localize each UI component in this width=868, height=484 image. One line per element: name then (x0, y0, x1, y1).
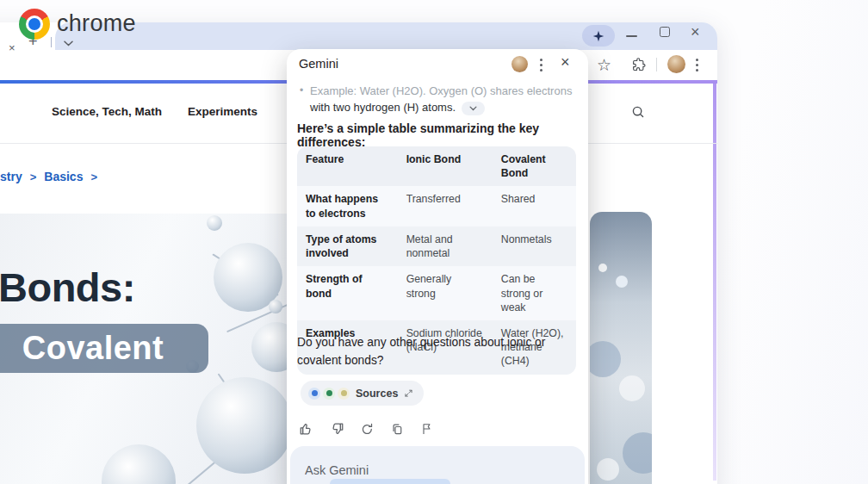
maximize-button[interactable] (660, 27, 670, 37)
copy-icon[interactable] (388, 420, 406, 437)
window-close-button[interactable]: × (691, 23, 700, 41)
browser-menu-icon[interactable] (696, 59, 698, 71)
table-intro-text: Here’s a simple table summarizing the ke… (297, 121, 581, 149)
table-cell: Metal and nonmetal (398, 226, 493, 266)
nav-item-experiments[interactable]: Experiments (188, 105, 257, 118)
toolbar-divider (656, 58, 657, 71)
table-header-cell: Covalent Bond (493, 146, 576, 186)
breadcrumb: stry > Basics > (0, 170, 97, 183)
tab-close-icon[interactable]: × (9, 41, 16, 54)
gemini-panel-header: Gemini × (287, 49, 588, 80)
breadcrumb-separator: > (30, 171, 37, 183)
gemini-sparkle-button[interactable] (582, 25, 615, 47)
bullet-marker: • (300, 84, 303, 96)
hero-badge: Covalent (0, 324, 208, 373)
breadcrumb-item-basics[interactable]: Basics (44, 170, 83, 183)
response-actions (298, 420, 436, 437)
answer-bullet-line2: with two hydrogen (H) atoms. (310, 101, 456, 114)
table-cell: Generally strong (398, 266, 493, 320)
breadcrumb-separator: > (90, 171, 97, 183)
profile-avatar[interactable] (667, 55, 685, 73)
answer-bullet-line1: Example: Water (H2O). Oxygen (O) shares … (310, 84, 572, 97)
regenerate-icon[interactable] (358, 420, 375, 437)
table-cell: Can be strong or weak (493, 266, 576, 320)
gemini-side-panel: Gemini × • Example: Water (H2O). Oxygen … (287, 49, 588, 484)
source-favicon (323, 388, 335, 400)
bookmark-star-icon[interactable]: ☆ (597, 55, 611, 75)
breadcrumb-item-chemistry[interactable]: stry (0, 170, 22, 183)
hero-title: Bonds: (0, 264, 135, 311)
gemini-menu-icon[interactable] (540, 59, 542, 71)
gemini-panel-title: Gemini (299, 57, 338, 71)
hero-image-card: Bonds: Covalent (0, 214, 310, 484)
extensions-puzzle-icon[interactable] (631, 57, 647, 72)
screenshot-stage: × + × ☆ Science, Tech, Math Experiments … (0, 0, 868, 484)
table-header-row: Feature Ionic Bond Covalent Bond (297, 146, 576, 186)
thumbs-down-icon[interactable] (328, 420, 345, 437)
side-image-strip (590, 212, 652, 484)
thumbs-up-icon[interactable] (298, 420, 315, 437)
expand-bullet-button[interactable] (462, 102, 485, 115)
chrome-logo-icon (19, 9, 50, 40)
table-row: Strength of bond Generally strong Can be… (297, 266, 576, 320)
tab-search-chevron-icon[interactable] (64, 40, 73, 47)
nav-item-science-tech-math[interactable]: Science, Tech, Math (52, 105, 162, 118)
source-favicon (308, 388, 320, 400)
table-cell: Nonmetals (493, 226, 576, 266)
table-cell: What happens to electrons (297, 186, 398, 226)
open-in-full-icon (404, 388, 413, 398)
table-header-cell: Ionic Bond (398, 146, 493, 186)
flag-icon[interactable] (418, 420, 436, 437)
tab-strip-divider (51, 37, 52, 47)
chevron-down-icon (469, 106, 477, 111)
table-row: Type of atoms involved Metal and nonmeta… (297, 226, 576, 266)
gemini-close-icon[interactable]: × (561, 53, 570, 71)
source-favicon (338, 388, 350, 400)
chrome-wordmark: chrome (57, 10, 136, 37)
gemini-account-avatar[interactable] (512, 56, 528, 72)
suggestion-chip-cropped[interactable] (330, 479, 450, 484)
sparkle-icon (592, 30, 604, 42)
hero-badge-label: Covalent (22, 330, 164, 367)
sources-chip[interactable]: Sources (301, 381, 424, 406)
search-icon[interactable] (630, 104, 646, 120)
tab-strip (55, 22, 717, 50)
table-cell: Shared (493, 186, 576, 226)
followup-question-text: Do you have any other questions about io… (297, 333, 581, 370)
table-cell: Type of atoms involved (297, 226, 398, 266)
table-cell: Transferred (398, 186, 493, 226)
table-cell: Strength of bond (297, 266, 398, 320)
sources-label: Sources (356, 388, 398, 400)
minimize-button[interactable] (626, 35, 637, 37)
table-row: What happens to electrons Transferred Sh… (297, 186, 576, 226)
table-header-cell: Feature (297, 146, 398, 186)
